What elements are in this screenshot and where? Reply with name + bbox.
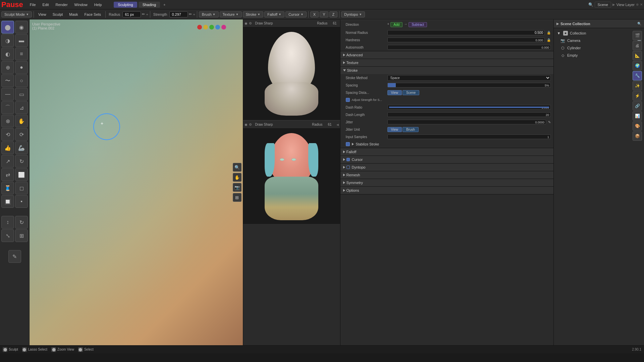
stroke-method-select[interactable]: Space [387, 75, 551, 81]
scene-item-cylinder[interactable]: ⬡ Cylinder ⬡ [554, 44, 644, 52]
grid-btn[interactable]: ⊞ [233, 193, 241, 202]
input-samples-slider[interactable]: 1 [387, 134, 551, 139]
menu-render[interactable]: Render [53, 2, 70, 7]
viewport[interactable]: + User Perspective (1) Plane.002 🔍 ✋ 📷 ⊞ [30, 19, 243, 345]
radius-value[interactable]: 61 px [122, 11, 141, 17]
subtract-direction-btn[interactable]: Subtract [409, 22, 427, 27]
viewport-canvas[interactable]: + User Perspective (1) Plane.002 🔍 ✋ 📷 ⊞ [30, 19, 243, 345]
jitter-slider[interactable]: 0.0000 [387, 120, 546, 124]
workspace-shading[interactable]: Shading [139, 2, 160, 8]
output-props-icon[interactable]: 🖨 [633, 41, 642, 50]
particles-icon[interactable]: ✨ [633, 81, 642, 90]
toolbar-view[interactable]: View [36, 12, 49, 17]
stroke-section-header[interactable]: Stroke [340, 67, 554, 74]
spacing-slider[interactable]: 5% [387, 83, 551, 87]
zoom-to-fit-btn[interactable]: 🔍 [233, 163, 241, 172]
strength-value[interactable]: 0.297 [169, 11, 188, 17]
menu-help[interactable]: Help [92, 2, 105, 7]
options-section-header[interactable]: Options [340, 187, 554, 194]
scene-filter-icon[interactable]: 🔍 [637, 22, 641, 25]
blob-brush[interactable]: ● [15, 61, 28, 74]
grab-brush[interactable]: ✋ [15, 115, 28, 127]
add-direction-btn[interactable]: Add [390, 22, 402, 27]
fill-brush[interactable]: ▭ [15, 88, 28, 101]
move-tool[interactable]: ↕ [1, 216, 14, 229]
data-props-icon[interactable]: 📊 [633, 111, 642, 121]
hardness-lock[interactable]: 🔒 [547, 38, 551, 42]
scene-item-empty[interactable]: ◇ Empty [554, 52, 644, 59]
texture-section-header[interactable]: Texture [340, 59, 554, 66]
lasso-select-status[interactable]: ⬤ Lasso Select [22, 347, 47, 352]
symmetry-section-header[interactable]: Symmetry [340, 179, 554, 186]
normal-radius-input[interactable]: 0.500 [387, 30, 545, 35]
falloff-dropdown[interactable]: Falloff▼ [264, 11, 284, 17]
thumb-brush[interactable]: 👍 [1, 141, 14, 154]
scene-item-camera[interactable]: 📷 Camera 📷 [554, 37, 644, 44]
snake-hook-brush[interactable]: ⟳ [15, 128, 28, 141]
adjust-strength-checkbox[interactable] [346, 98, 350, 102]
multires-brush[interactable]: ⊿ [15, 101, 28, 114]
scene-selector[interactable]: Scene [595, 2, 611, 8]
view-layer-props-icon[interactable]: 📐 [633, 51, 642, 60]
constraints-icon[interactable]: 🔗 [633, 101, 642, 111]
jitter-view-btn[interactable]: View [387, 127, 402, 132]
remesh-section-header[interactable]: Remesh [340, 171, 554, 179]
scene-props-icon[interactable]: 🌍 [633, 61, 642, 70]
crease-brush[interactable]: 〜 [1, 74, 14, 87]
elastic-brush[interactable]: ⟲ [1, 128, 14, 141]
camera-btn[interactable]: 📷 [233, 183, 241, 192]
sculpt-status[interactable]: ⬤ Sculpt [3, 347, 18, 352]
stroke-dropdown[interactable]: Stroke▼ [243, 11, 264, 17]
jitter-brush-btn[interactable]: Brush [402, 127, 419, 132]
cursor-section-header[interactable]: Cursor [340, 156, 554, 163]
clay-brush[interactable]: ◑ [1, 34, 14, 47]
object-props-icon[interactable]: 📦 [633, 131, 642, 141]
advanced-section-header[interactable]: Advanced [340, 51, 554, 59]
draw-sharp-brush[interactable]: ◉ [15, 21, 28, 34]
y-axis-btn[interactable]: Y [320, 11, 328, 17]
transform-tool[interactable]: ⊞ [15, 229, 28, 242]
material-icon[interactable]: 🎨 [633, 121, 642, 131]
sculpt-mode-dropdown[interactable]: Sculpt Mode ▼ [1, 11, 32, 17]
clay-thumb-brush[interactable]: ◐ [1, 48, 14, 60]
pan-btn[interactable]: ✋ [233, 173, 241, 182]
pose-brush[interactable]: 🦾 [15, 141, 28, 154]
toolbar-sculpt[interactable]: Sculpt [50, 12, 66, 17]
rotate-brush[interactable]: ↻ [15, 155, 28, 168]
texture-dropdown[interactable]: Texture▼ [220, 11, 242, 17]
zoom-view-status[interactable]: ⬤ Zoom View [51, 347, 74, 352]
smooth-brush[interactable]: ○ [15, 74, 28, 87]
autosmooth-slider[interactable]: 0.000 [387, 45, 551, 50]
cloth-brush[interactable]: 🧵 [1, 182, 14, 194]
mask-brush[interactable]: 🔲 [1, 195, 14, 208]
menu-edit[interactable]: Edit [40, 2, 52, 7]
render-props-icon[interactable]: 🎬 [633, 31, 642, 40]
toolbar-mask[interactable]: Mask [66, 12, 80, 17]
workspace-sculpting[interactable]: Sculpting [114, 2, 137, 8]
dyntopo-dropdown[interactable]: Dyntopo▼ [341, 11, 365, 17]
flatten-brush[interactable]: — [1, 88, 14, 101]
scrape-brush[interactable]: ⌒ [1, 101, 14, 114]
pinch-brush[interactable]: ⊗ [1, 115, 14, 127]
cursor-dropdown[interactable]: Cursor▼ [285, 11, 307, 17]
slide-relax-brush[interactable]: ⇄ [1, 168, 14, 181]
z-axis-btn[interactable]: Z [329, 11, 338, 17]
normal-radius-lock[interactable]: 🔒 [547, 31, 551, 35]
toolbar-face-sets[interactable]: Face Sets [82, 12, 104, 17]
dash-ratio-slider[interactable]: 1.000 [387, 105, 551, 110]
jitter-lock[interactable]: ✎ [548, 120, 551, 124]
brush-dropdown[interactable]: Brush▼ [199, 11, 219, 17]
layer-brush[interactable]: ≡ [15, 48, 28, 60]
select-status[interactable]: ⬤ Select [78, 347, 94, 352]
menu-file[interactable]: File [27, 2, 39, 7]
draw-face-sets-brush[interactable]: ▪ [15, 195, 28, 208]
clay-strips-brush[interactable]: ▬ [15, 34, 28, 47]
cursor-checkbox[interactable] [346, 158, 350, 161]
annotation-tool[interactable]: ✎ [8, 250, 21, 263]
workspace-add[interactable]: + [161, 2, 167, 7]
inflate-brush[interactable]: ⊕ [1, 61, 14, 74]
stabilize-stroke-checkbox[interactable] [346, 142, 350, 146]
boundary-brush[interactable]: ⬜ [15, 168, 28, 181]
dyntopo-section-header[interactable]: Dyntopo [340, 164, 554, 171]
x-axis-btn[interactable]: X [310, 11, 319, 17]
